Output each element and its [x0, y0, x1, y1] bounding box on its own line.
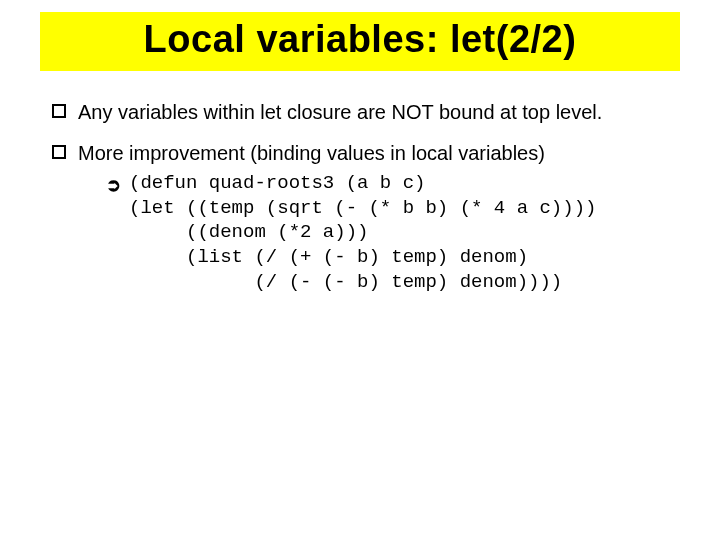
square-bullet-icon: [52, 104, 66, 118]
square-bullet-icon: [52, 145, 66, 159]
bullet-item: Any variables within let closure are NOT…: [52, 99, 668, 126]
title-bar: Local variables: let(2/2): [40, 12, 680, 71]
code-line: (/ (- (- b) temp) denom)))): [129, 271, 562, 293]
bullet-text: Any variables within let closure are NOT…: [78, 99, 668, 126]
content-area: Any variables within let closure are NOT…: [0, 71, 720, 294]
code-block: ➲ (defun quad-roots3 (a b c) (let ((temp…: [78, 171, 668, 294]
code-row: ➲ (defun quad-roots3 (a b c) (let ((temp…: [106, 171, 668, 294]
arrow-bullet-icon: ➲: [106, 173, 121, 197]
code-line: (list (/ (+ (- b) temp) denom): [129, 246, 528, 268]
code-line: ((denom (*2 a))): [129, 221, 368, 243]
slide-title: Local variables: let(2/2): [50, 18, 670, 61]
slide: Local variables: let(2/2) Any variables …: [0, 12, 720, 540]
code-snippet: (defun quad-roots3 (a b c) (let ((temp (…: [129, 171, 596, 294]
bullet-text-block: More improvement (binding values in loca…: [78, 140, 668, 294]
code-line: (defun quad-roots3 (a b c): [129, 172, 425, 194]
bullet-item: More improvement (binding values in loca…: [52, 140, 668, 294]
bullet-text: More improvement (binding values in loca…: [78, 142, 545, 164]
code-line: (let ((temp (sqrt (- (* b b) (* 4 a c)))…: [129, 197, 596, 219]
